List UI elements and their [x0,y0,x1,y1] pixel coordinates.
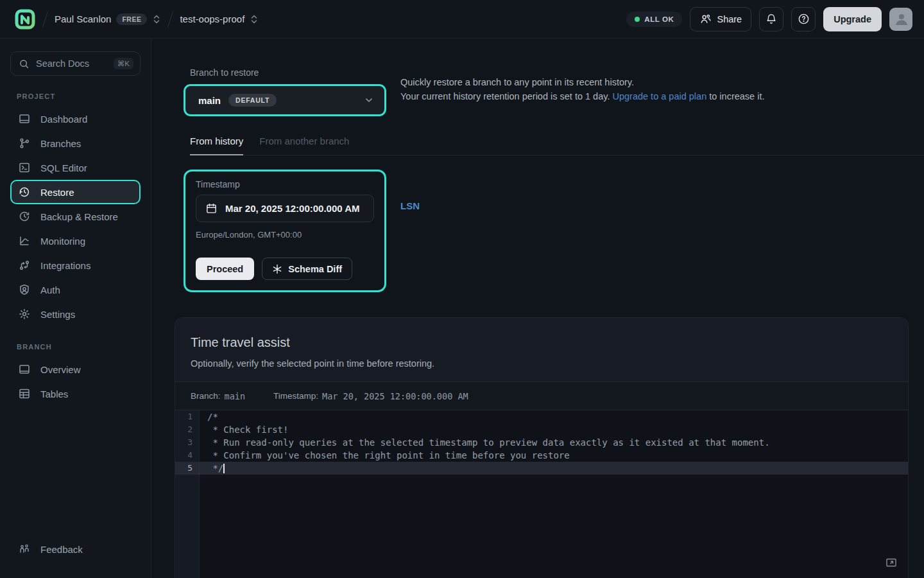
people-icon [699,13,712,25]
upgrade-button[interactable]: Upgrade [823,7,882,31]
line-number: 3 [175,436,200,449]
time-travel-assist-card: Time travel assist Optionally, verify th… [175,317,909,578]
project-name: test-oops-proof [180,13,244,24]
help-button[interactable] [791,7,816,31]
monitoring-icon [18,234,31,247]
sidebar-item-backup-restore[interactable]: Backup & Restore [10,204,141,229]
time-travel-subtitle: Optionally, verify the selected point in… [191,358,893,369]
neon-logo-icon [15,9,35,30]
bar-branch-value: main [225,391,246,401]
top-header: Paul Scanlon FREE test-oops-proof ALL OK [0,0,924,39]
line-number: 4 [175,449,200,462]
schema-diff-button[interactable]: Schema Diff [262,258,352,280]
sidebar-item-tables[interactable]: Tables [10,381,141,406]
gear-icon [18,308,31,320]
editor-empty-area[interactable] [175,475,908,578]
tab-from-history[interactable]: From history [190,136,243,155]
tab-from-another-branch[interactable]: From another branch [259,136,349,155]
bell-icon [766,13,777,25]
line-number: 1 [175,410,200,423]
line-number: 2 [175,423,200,436]
sidebar-item-auth[interactable]: Auth [10,277,141,302]
chevron-updown-icon [250,14,259,24]
dashboard-icon [18,112,31,125]
sidebar-item-branches[interactable]: Branches [10,131,141,155]
restore-icon [18,186,31,198]
branches-icon [18,137,31,150]
breadcrumb-separator [167,11,173,27]
chevron-updown-icon [152,14,161,24]
fullscreen-button[interactable] [885,556,898,569]
timestamp-input[interactable]: Mar 20, 2025 12:00:00.000 AM [196,195,374,222]
branch-name: main [198,95,221,106]
auth-icon [18,283,31,296]
backup-restore-icon [18,210,31,223]
search-docs-input[interactable]: Search Docs ⌘K [10,51,141,76]
restore-tabs: From history From another branch [190,136,909,155]
neon-logo[interactable] [14,8,36,30]
code-line: 1 /* [175,410,908,423]
search-shortcut: ⌘K [114,58,133,69]
branch-to-restore-label: Branch to restore [190,67,386,78]
section-label-branch: BRANCH [17,343,141,351]
sidebar-item-overview[interactable]: Overview [10,357,141,381]
question-circle-icon [798,13,810,25]
upgrade-plan-link[interactable]: Upgrade to a paid plan [612,91,706,101]
org-selector[interactable]: Paul Scanlon FREE [55,13,161,25]
code-line: 3 * Run read-only queries at the selecte… [175,436,908,449]
timestamp-value: Mar 20, 2025 12:00:00.000 AM [225,203,360,214]
code-line-active: 5 */ [175,462,908,475]
share-button[interactable]: Share [690,7,751,31]
sidebar-item-integrations[interactable]: Integrations [10,253,141,277]
code-line: 4 * Confirm you've chosen the right poin… [175,449,908,462]
tables-icon [18,387,31,400]
overview-icon [18,363,31,376]
bar-timestamp-value: Mar 20, 2025 12:00:00.000 AM [322,391,468,401]
bar-branch: Branch: main [191,391,245,401]
description-line1: Quickly restore a branch to any point in… [400,75,764,89]
sidebar: Search Docs ⌘K PROJECT Dashboard Branche… [0,39,151,578]
schema-diff-icon [272,264,282,274]
description-line2: Your current history retention period is… [400,89,764,103]
section-label-project: PROJECT [17,92,141,100]
breadcrumb-separator [42,11,48,27]
org-name: Paul Scanlon [55,13,111,24]
timestamp-card: Timestamp Mar 20, 2025 12:00:00.000 AM E… [184,170,386,292]
lsn-link[interactable]: LSN [400,200,420,211]
integrations-icon [18,259,31,272]
avatar[interactable] [889,8,912,31]
search-icon [19,58,30,69]
sidebar-item-restore[interactable]: Restore [10,180,141,204]
sidebar-item-settings[interactable]: Settings [10,302,141,326]
sidebar-item-monitoring[interactable]: Monitoring [10,229,141,253]
timestamp-label: Timestamp [196,179,374,189]
status-badge[interactable]: ALL OK [626,12,682,27]
feedback-icon [18,543,31,556]
project-selector[interactable]: test-oops-proof [180,13,259,24]
sql-preview-editor[interactable]: 1 /* 2 * Check first! 3 * Run read-only … [175,410,908,578]
main-content: Branch to restore main DEFAULT Quickly r… [151,39,924,578]
default-badge: DEFAULT [228,94,277,107]
sidebar-item-dashboard[interactable]: Dashboard [10,107,141,131]
notifications-button[interactable] [759,7,783,31]
person-silhouette-icon [893,12,909,27]
line-number: 5 [175,462,200,475]
sql-editor-icon [18,161,31,174]
chevron-down-icon [364,95,374,105]
editor-gutter [175,475,200,578]
code-line: 2 * Check first! [175,423,908,436]
text-cursor [223,464,225,473]
share-label: Share [717,14,742,24]
sidebar-item-feedback[interactable]: Feedback [10,537,141,561]
time-travel-title: Time travel assist [191,335,893,350]
branch-timestamp-bar: Branch: main Timestamp: Mar 20, 2025 12:… [175,381,908,410]
search-placeholder: Search Docs [36,58,107,69]
restore-description: Quickly restore a branch to any point in… [400,67,764,103]
branch-select-dropdown[interactable]: main DEFAULT [184,84,386,116]
calendar-icon [205,202,218,215]
status-ok-dot [635,17,640,22]
proceed-button[interactable]: Proceed [196,258,254,280]
bar-timestamp: Timestamp: Mar 20, 2025 12:00:00.000 AM [273,391,468,401]
sidebar-item-sql-editor[interactable]: SQL Editor [10,155,141,180]
plan-badge: FREE [116,13,147,25]
